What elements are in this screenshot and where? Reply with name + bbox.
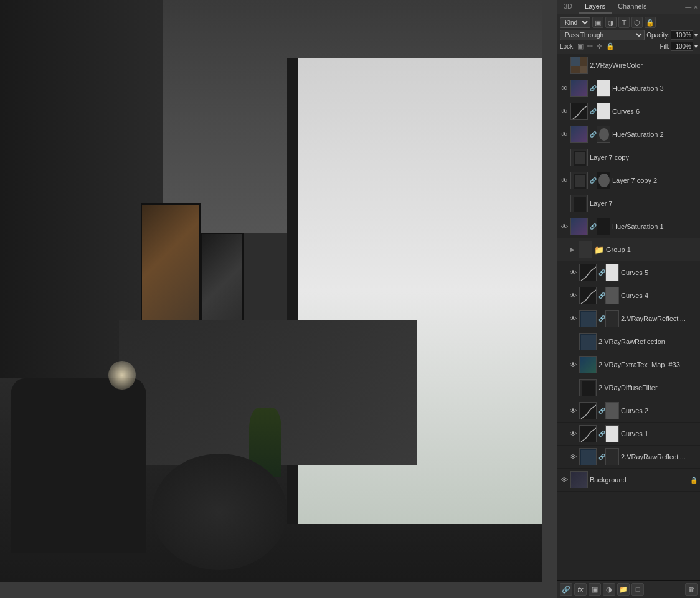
lock-row: Lock: ▣ ✏ ✛ 🔒 Fill: ▾	[560, 42, 698, 51]
fx-btn[interactable]: fx	[574, 583, 587, 596]
lock-all-btn[interactable]: 🔒	[606, 42, 615, 50]
layer-item-huesat2[interactable]: 👁 🔗 Hue/Saturation 2	[557, 123, 700, 146]
tab-3d[interactable]: 3D	[557, 0, 579, 14]
visibility-toggle-vrayrawreflect-top[interactable]: 👁	[569, 315, 577, 322]
layer-thumb-vrayrawreflection	[579, 333, 597, 350]
layer-item-vraycolor[interactable]: 👁 2.VRayWireColor	[557, 54, 700, 77]
visibility-toggle-vraycolor[interactable]: 👁	[560, 62, 569, 69]
new-layer-btn[interactable]: □	[631, 583, 644, 596]
collapse-icon[interactable]: —	[685, 4, 691, 11]
artwork-1	[141, 203, 201, 332]
blend-row: Pass Through Opacity: ▾	[560, 30, 698, 40]
eye-icon-curves1: 👁	[570, 430, 577, 437]
visibility-toggle-background[interactable]: 👁	[560, 476, 569, 484]
opacity-arrow[interactable]: ▾	[694, 32, 698, 39]
visibility-toggle-7copy[interactable]: 👁	[560, 154, 569, 161]
layer-thumb-vrayrawreflect-bot	[579, 448, 597, 465]
search-row: Kind ▣ ◑ T ⬡ 🔒	[560, 17, 698, 28]
layer-name-vrayrawreflect-bot: 2.VRayRawReflecti...	[621, 453, 698, 460]
svg-rect-3	[571, 80, 588, 97]
mask-btn[interactable]: ▣	[589, 583, 601, 596]
visibility-toggle-huesat1[interactable]: 👁	[560, 223, 569, 230]
svg-point-14	[598, 174, 610, 187]
layer-item-curves5[interactable]: 👁 🔗 Curves 5	[557, 261, 700, 284]
layer-item-7copy[interactable]: 👁 Layer 7 copy	[557, 146, 700, 169]
svg-rect-37	[571, 472, 588, 488]
close-icon[interactable]: ×	[694, 4, 698, 11]
lock-paint-btn[interactable]: ✏	[587, 42, 593, 50]
fill-input[interactable]	[671, 42, 693, 51]
delete-btn[interactable]: 🗑	[685, 583, 698, 596]
visibility-toggle-curves5[interactable]: 👁	[569, 269, 577, 276]
layer-item-curves4[interactable]: 👁 🔗 Curves 4	[557, 284, 700, 307]
lock-transparent-btn[interactable]: ▣	[577, 42, 584, 50]
tab-channels[interactable]: Channels	[612, 0, 653, 14]
svg-rect-4	[571, 103, 588, 120]
panel-tabs-row: 3D Layers Channels — ×	[557, 0, 700, 14]
filter-type-btn[interactable]: T	[618, 17, 630, 28]
tab-layers[interactable]: Layers	[579, 0, 612, 14]
chain-icon-curves5: 🔗	[598, 269, 603, 276]
layer-item-vrayrawreflect-top[interactable]: 👁 🔗 2.VRayRawReflecti...	[557, 307, 700, 330]
filter-pixel-btn[interactable]: ▣	[592, 17, 603, 28]
opacity-input[interactable]	[671, 30, 693, 40]
svg-rect-27	[581, 335, 596, 350]
fill-arrow[interactable]: ▾	[694, 43, 698, 50]
layer-item-vrayrawreflect-bot[interactable]: 👁 🔗 2.VRayRawReflecti...	[557, 446, 700, 469]
kind-select[interactable]: Kind	[560, 17, 590, 28]
link-layers-btn[interactable]: 🔗	[560, 583, 572, 596]
layer-item-curves2[interactable]: 👁 🔗 Curves 2	[557, 399, 700, 423]
visibility-toggle-7copy2[interactable]: 👁	[560, 177, 569, 184]
layer-item-7copy2[interactable]: 👁 🔗 Layer 7 copy 2	[557, 169, 700, 192]
layer-item-curves1[interactable]: 👁 🔗 Curves 1	[557, 423, 700, 446]
visibility-toggle-curves4[interactable]: 👁	[569, 292, 577, 299]
visibility-toggle-vraydiffuse[interactable]: 👁	[569, 384, 577, 391]
layer-item-vrayextratex[interactable]: 👁 2.VRayExtraTex_Map_#33	[557, 353, 700, 376]
visibility-toggle-vrayrawreflect-bot[interactable]: 👁	[569, 453, 577, 460]
layer-thumb-7	[570, 195, 588, 212]
lock-move-btn[interactable]: ✛	[597, 42, 602, 50]
visibility-toggle-curves6[interactable]: 👁	[560, 108, 569, 115]
fill-label: Fill:	[660, 43, 669, 50]
visibility-toggle-curves1[interactable]: 👁	[569, 430, 577, 437]
group-arrow-group1[interactable]: ▶	[570, 246, 577, 253]
chain-icon-curves6: 🔗	[590, 108, 595, 114]
layer-item-huesat1[interactable]: 👁 🔗 Hue/Saturation 1	[557, 215, 700, 238]
visibility-toggle-vrayextratex[interactable]: 👁	[569, 361, 577, 368]
layer-item-background[interactable]: 👁 Background 🔒	[557, 469, 700, 492]
layer-thumb-vrayrawreflect-top	[579, 310, 597, 327]
layer-item-7[interactable]: 👁 Layer 7	[557, 192, 700, 215]
layer-item-curves6[interactable]: 👁 🔗 Curves 6	[557, 100, 700, 123]
filter-smart-btn[interactable]: 🔒	[645, 17, 656, 28]
background-lock-icon: 🔒	[690, 477, 698, 484]
layer-item-huesat3[interactable]: 👁 🔗 Hue/Saturation 3	[557, 77, 700, 100]
visibility-toggle-7[interactable]: 👁	[560, 200, 569, 207]
layer-item-vrayrawreflection[interactable]: 👁 2.VRayRawReflection	[557, 330, 700, 353]
chain-icon-vrayrawreflect-top: 🔗	[598, 315, 603, 322]
layer-item-vraydiffuse[interactable]: 👁 2.VRayDiffuseFilter	[557, 376, 700, 399]
layer-name-huesat1: Hue/Saturation 1	[612, 223, 698, 230]
eye-icon-huesat3: 👁	[561, 85, 568, 92]
fill-control: Fill: ▾	[660, 42, 698, 51]
blend-mode-select[interactable]: Pass Through	[560, 30, 645, 40]
eye-icon-huesat1: 👁	[561, 223, 568, 230]
layers-list[interactable]: 👁 2.VRayWireColor 👁	[557, 54, 700, 580]
visibility-toggle-huesat2[interactable]: 👁	[560, 131, 569, 138]
eye-icon-curves6: 👁	[561, 108, 568, 115]
chain-icon-curves4: 🔗	[598, 292, 603, 299]
svg-rect-1	[571, 57, 580, 66]
visibility-toggle-huesat3[interactable]: 👁	[560, 85, 569, 92]
visibility-toggle-curves2[interactable]: 👁	[569, 407, 577, 414]
chain-icon-curves1: 🔗	[598, 431, 603, 437]
filter-adjust-btn[interactable]: ◑	[605, 17, 617, 28]
adjustment-btn[interactable]: ◑	[603, 583, 615, 596]
svg-rect-28	[580, 357, 597, 373]
group-btn[interactable]: 📁	[617, 583, 630, 596]
bottom-toolbar: 🔗 fx ▣ ◑ 📁 □ 🗑	[557, 580, 700, 598]
layer-name-curves4: Curves 4	[621, 292, 698, 299]
visibility-toggle-group1[interactable]: 👁	[560, 246, 569, 253]
filter-shape-btn[interactable]: ⬡	[631, 17, 643, 28]
layer-item-group1[interactable]: 👁 ▶ 📁 Group 1	[557, 238, 700, 261]
visibility-toggle-vrayrawreflection[interactable]: 👁	[569, 338, 577, 345]
folder-icon-group1: 📁	[594, 245, 604, 255]
